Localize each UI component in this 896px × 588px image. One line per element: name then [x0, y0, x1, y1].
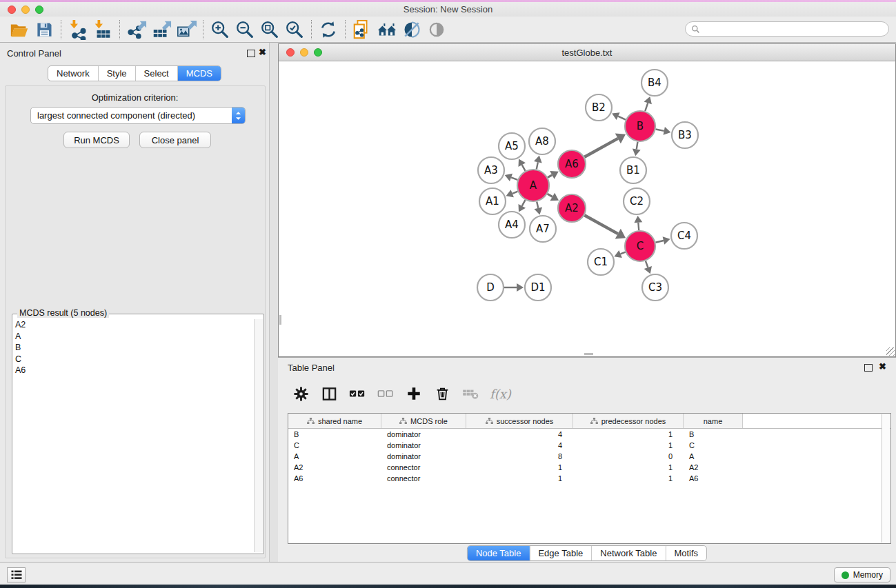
- open-session-icon[interactable]: [7, 18, 32, 41]
- task-history-button[interactable]: [7, 567, 26, 582]
- graph-node-B1[interactable]: B1: [620, 157, 646, 183]
- minimize-network-icon[interactable]: [300, 48, 308, 57]
- graph-edge-C-C3[interactable]: [644, 261, 652, 274]
- graph-edge-A-A7[interactable]: [534, 201, 542, 214]
- panel-divider[interactable]: [270, 43, 278, 562]
- list-item[interactable]: A: [12, 331, 253, 343]
- settings-gear-icon[interactable]: [292, 385, 310, 403]
- hide-details-icon[interactable]: [399, 18, 424, 41]
- graph-node-D[interactable]: D: [477, 274, 504, 301]
- graph-edge-B-B4[interactable]: [644, 97, 652, 111]
- graph-edge-C-C4[interactable]: [655, 236, 670, 245]
- float-table-panel-icon[interactable]: [864, 364, 873, 372]
- graph-edge-A6-B[interactable]: [584, 134, 626, 157]
- graph-node-C1[interactable]: C1: [588, 249, 614, 275]
- graph-edge-B-B2[interactable]: [612, 112, 626, 120]
- tab-node-table[interactable]: Node Table: [468, 546, 530, 560]
- graph-node-A5[interactable]: A5: [499, 133, 525, 159]
- mcds-list-scrollbar[interactable]: [254, 319, 263, 552]
- tab-select[interactable]: Select: [136, 66, 178, 81]
- table-cell[interactable]: 1: [573, 440, 684, 451]
- graph-node-B4[interactable]: B4: [641, 70, 668, 96]
- column-header-shared-name[interactable]: shared name: [288, 414, 381, 428]
- search-field[interactable]: [685, 21, 889, 37]
- graph-edge-A-A3[interactable]: [505, 174, 518, 181]
- graph-node-A3[interactable]: A3: [478, 157, 504, 183]
- table-cell[interactable]: A6: [684, 473, 743, 484]
- table-cell[interactable]: 1: [466, 462, 573, 473]
- zoom-out-icon[interactable]: [232, 18, 257, 41]
- tab-network-table[interactable]: Network Table: [592, 546, 666, 560]
- table-cell[interactable]: B: [288, 429, 381, 440]
- graph-node-A2[interactable]: A2: [558, 194, 586, 222]
- table-cell[interactable]: 1: [466, 473, 573, 484]
- table-row[interactable]: A2connector11A2: [288, 462, 890, 473]
- table-cell[interactable]: B: [684, 429, 743, 440]
- export-network-icon[interactable]: [124, 18, 149, 41]
- column-header-mcds-role[interactable]: MCDS role: [381, 414, 466, 428]
- graph-node-A7[interactable]: A7: [530, 216, 556, 242]
- graph-edge-C-C2[interactable]: [634, 216, 642, 230]
- list-item[interactable]: A6: [12, 365, 253, 376]
- graph-edge-A-A8[interactable]: [534, 156, 542, 170]
- close-network-icon[interactable]: [286, 48, 295, 57]
- search-input[interactable]: [703, 23, 888, 34]
- home-view-icon[interactable]: [375, 18, 399, 41]
- zoom-in-icon[interactable]: [208, 18, 232, 41]
- select-all-icon[interactable]: [348, 385, 366, 403]
- tab-motifs[interactable]: Motifs: [666, 546, 706, 560]
- network-canvas[interactable]: B4B2BB3B1A5A8A3A6AA1A4A7A2C2CC4C1C3DD1: [279, 61, 895, 356]
- network-vscroll-thumb[interactable]: [279, 315, 281, 325]
- graph-edge-B-B1[interactable]: [633, 142, 641, 156]
- graph-edge-A-A4[interactable]: [519, 200, 526, 212]
- close-table-panel-icon[interactable]: ✖: [879, 363, 886, 369]
- graph-node-A1[interactable]: A1: [479, 188, 506, 214]
- minimize-window-icon[interactable]: [21, 6, 30, 14]
- graph-node-B3[interactable]: B3: [672, 122, 698, 148]
- column-layout-icon[interactable]: [320, 385, 338, 403]
- table-cell[interactable]: A: [288, 451, 381, 462]
- delete-table-icon[interactable]: [461, 385, 479, 403]
- zoom-network-icon[interactable]: [314, 48, 322, 57]
- add-column-icon[interactable]: [405, 385, 423, 403]
- graph-node-D1[interactable]: D1: [525, 274, 551, 301]
- duplicate-network-icon[interactable]: [350, 18, 375, 41]
- graph-edge-A-A5[interactable]: [519, 159, 526, 170]
- table-row[interactable]: Adominator80A: [288, 451, 890, 462]
- graph-node-B2[interactable]: B2: [586, 94, 612, 121]
- import-table-icon[interactable]: [90, 18, 115, 41]
- table-cell[interactable]: C: [288, 440, 381, 451]
- graph-node-A8[interactable]: A8: [529, 128, 555, 154]
- table-cell[interactable]: A2: [684, 462, 743, 473]
- save-session-icon[interactable]: [32, 18, 57, 41]
- table-scrollbar[interactable]: [882, 414, 890, 543]
- table-cell[interactable]: connector: [381, 473, 466, 484]
- table-cell[interactable]: 8: [466, 451, 573, 462]
- graph-node-C2[interactable]: C2: [624, 188, 650, 214]
- deselect-all-icon[interactable]: [377, 385, 395, 403]
- table-row[interactable]: Bdominator41B: [288, 429, 890, 440]
- graph-edge-A2-C[interactable]: [584, 215, 626, 239]
- table-cell[interactable]: dominator: [381, 440, 466, 451]
- graph-node-A[interactable]: A: [517, 170, 549, 201]
- graph-node-C3[interactable]: C3: [642, 274, 668, 301]
- graph-node-A4[interactable]: A4: [499, 212, 525, 238]
- table-cell[interactable]: 1: [573, 473, 684, 484]
- table-cell[interactable]: connector: [381, 462, 466, 473]
- graph-edge-A-A2[interactable]: [548, 193, 559, 201]
- tab-mcds[interactable]: MCDS: [178, 66, 221, 81]
- export-table-icon[interactable]: [149, 18, 174, 41]
- column-header-name[interactable]: name: [684, 414, 743, 428]
- table-cell[interactable]: 1: [573, 429, 684, 440]
- resize-handle-icon[interactable]: [886, 347, 895, 356]
- column-header-predecessor-nodes[interactable]: predecessor nodes: [573, 414, 684, 428]
- graph-edge-B-B3[interactable]: [656, 127, 671, 135]
- graph-edge-A-A1[interactable]: [506, 190, 518, 197]
- list-item[interactable]: C: [12, 354, 253, 365]
- table-cell[interactable]: 1: [573, 462, 684, 473]
- table-cell[interactable]: 4: [466, 440, 573, 451]
- graph-node-B[interactable]: B: [625, 111, 655, 141]
- refresh-icon[interactable]: [316, 18, 341, 41]
- network-hscroll-thumb[interactable]: [584, 353, 593, 355]
- graph-node-C4[interactable]: C4: [671, 223, 697, 249]
